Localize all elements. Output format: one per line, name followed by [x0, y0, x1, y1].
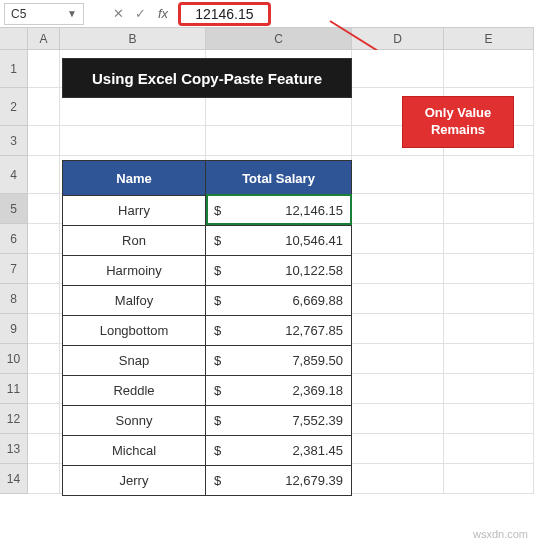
- header-name[interactable]: Name: [63, 161, 206, 195]
- table-row[interactable]: Harmoiny$10,122.58: [63, 255, 351, 285]
- cell-salary[interactable]: $12,767.85: [206, 316, 351, 345]
- row-header[interactable]: 3: [0, 126, 28, 156]
- cell-salary[interactable]: $7,859.50: [206, 346, 351, 375]
- table-row[interactable]: Malfoy$6,669.88: [63, 285, 351, 315]
- cell-name[interactable]: Reddle: [63, 376, 206, 405]
- formula-bar-icons: ✕ ✓ fx: [108, 4, 174, 24]
- header-salary[interactable]: Total Salary: [206, 161, 351, 195]
- cell-salary[interactable]: $10,546.41: [206, 226, 351, 255]
- data-table: Name Total Salary Harry$12,146.15Ron$10,…: [62, 160, 352, 496]
- callout-text: Only Value Remains: [403, 105, 513, 139]
- row-header[interactable]: 9: [0, 314, 28, 344]
- row-header[interactable]: 11: [0, 374, 28, 404]
- formula-value[interactable]: 12146.15: [195, 6, 253, 22]
- table-row[interactable]: Michcal$2,381.45: [63, 435, 351, 465]
- table-row[interactable]: Longbottom$12,767.85: [63, 315, 351, 345]
- column-header-c[interactable]: C: [206, 28, 352, 49]
- table-row[interactable]: Jerry$12,679.39: [63, 465, 351, 495]
- cell-salary[interactable]: $12,679.39: [206, 466, 351, 495]
- cell-name[interactable]: Ron: [63, 226, 206, 255]
- formula-value-highlight: 12146.15: [178, 2, 270, 26]
- cell-name[interactable]: Michcal: [63, 436, 206, 465]
- cell-salary[interactable]: $2,369.18: [206, 376, 351, 405]
- chevron-down-icon[interactable]: ▼: [67, 8, 77, 19]
- cell-name[interactable]: Malfoy: [63, 286, 206, 315]
- title-banner: Using Excel Copy-Paste Feature: [62, 58, 352, 98]
- row-header[interactable]: 5: [0, 194, 28, 224]
- column-headers: A B C D E: [0, 28, 534, 50]
- cell-name[interactable]: Longbottom: [63, 316, 206, 345]
- cell-salary[interactable]: $10,122.58: [206, 256, 351, 285]
- row-header[interactable]: 7: [0, 254, 28, 284]
- column-header-a[interactable]: A: [28, 28, 60, 49]
- cell-salary[interactable]: $12,146.15: [206, 196, 351, 225]
- cell-name[interactable]: Jerry: [63, 466, 206, 495]
- confirm-icon[interactable]: ✓: [130, 4, 150, 24]
- row-header[interactable]: 1: [0, 50, 28, 88]
- cell-name[interactable]: Snap: [63, 346, 206, 375]
- table-row[interactable]: Ron$10,546.41: [63, 225, 351, 255]
- table-row[interactable]: Sonny$7,552.39: [63, 405, 351, 435]
- table-row[interactable]: Reddle$2,369.18: [63, 375, 351, 405]
- cell-name[interactable]: Harry: [63, 196, 206, 225]
- table-row[interactable]: Harry$12,146.15: [63, 195, 351, 225]
- watermark: wsxdn.com: [473, 528, 528, 540]
- title-text: Using Excel Copy-Paste Feature: [92, 70, 322, 87]
- cell-name[interactable]: Sonny: [63, 406, 206, 435]
- column-header-d[interactable]: D: [352, 28, 444, 49]
- row-header[interactable]: 6: [0, 224, 28, 254]
- column-header-b[interactable]: B: [60, 28, 206, 49]
- cell-salary[interactable]: $7,552.39: [206, 406, 351, 435]
- select-all-corner[interactable]: [0, 28, 28, 49]
- callout-box: Only Value Remains: [402, 96, 514, 148]
- row-header[interactable]: 12: [0, 404, 28, 434]
- row-header[interactable]: 8: [0, 284, 28, 314]
- cell-salary[interactable]: $6,669.88: [206, 286, 351, 315]
- fx-icon[interactable]: fx: [158, 6, 168, 21]
- table-header-row: Name Total Salary: [63, 161, 351, 195]
- row-header[interactable]: 13: [0, 434, 28, 464]
- row-header[interactable]: 14: [0, 464, 28, 494]
- formula-bar: C5 ▼ ✕ ✓ fx 12146.15: [0, 0, 534, 28]
- row-header[interactable]: 2: [0, 88, 28, 126]
- column-header-e[interactable]: E: [444, 28, 534, 49]
- table-row[interactable]: Snap$7,859.50: [63, 345, 351, 375]
- name-box[interactable]: C5 ▼: [4, 3, 84, 25]
- cell-name[interactable]: Harmoiny: [63, 256, 206, 285]
- cell-reference: C5: [11, 7, 26, 21]
- cancel-icon[interactable]: ✕: [108, 4, 128, 24]
- row-header[interactable]: 4: [0, 156, 28, 194]
- row-header[interactable]: 10: [0, 344, 28, 374]
- cell-salary[interactable]: $2,381.45: [206, 436, 351, 465]
